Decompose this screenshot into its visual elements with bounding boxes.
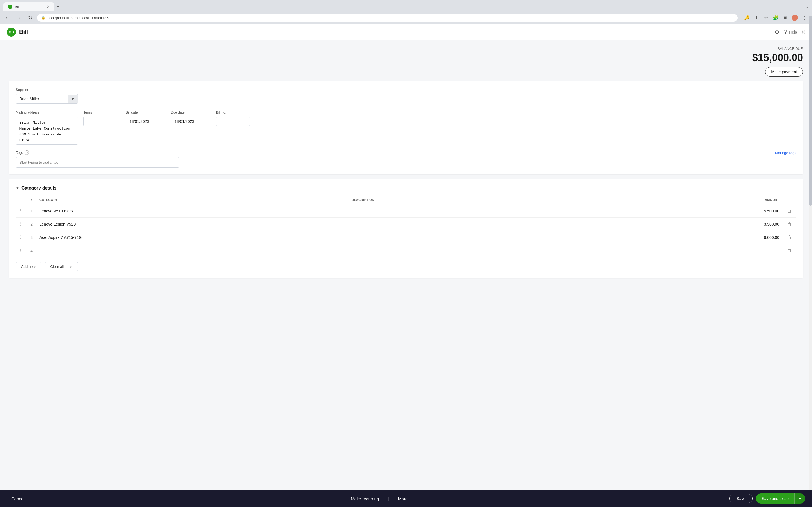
mailing-address-input[interactable]: Brian Miller Maple Lake Construction 839… xyxy=(16,117,78,145)
bill-date-input[interactable] xyxy=(126,117,165,126)
description-cell-3[interactable] xyxy=(348,231,741,244)
app-logo: QB xyxy=(7,27,16,37)
manage-tags-link[interactable]: Manage tags xyxy=(775,151,796,155)
close-button[interactable]: × xyxy=(802,29,805,36)
share-icon[interactable]: ⬆ xyxy=(752,13,761,22)
terms-dropdown[interactable]: ▼ xyxy=(84,117,120,126)
page-title: Bill xyxy=(19,29,28,35)
description-col-header: DESCRIPTION xyxy=(348,195,741,205)
new-tab-button[interactable]: + xyxy=(54,3,62,11)
tags-help-icon[interactable]: ? xyxy=(24,151,29,155)
amount-cell-3[interactable]: 6,000.00 xyxy=(741,231,783,244)
save-and-close-group: Save and close ▼ xyxy=(756,494,805,503)
clear-all-lines-button[interactable]: Clear all lines xyxy=(45,262,78,271)
supplier-section: Supplier ▼ xyxy=(16,88,796,104)
footer: Cancel Make recurring | More Save Save a… xyxy=(0,490,812,503)
profile-icon[interactable] xyxy=(791,13,799,22)
browser-address-bar: ← → ↻ 🔒 app.qbo.intuit.com/app/bill?txnI… xyxy=(0,11,812,24)
delete-col-2: 🗑 xyxy=(783,218,796,231)
amount-cell-4[interactable] xyxy=(741,244,783,258)
save-button[interactable]: Save xyxy=(729,494,753,503)
app-header-right: ⚙ ? Help × xyxy=(774,29,805,36)
category-cell-4[interactable] xyxy=(36,244,348,258)
browser-chrome: Bill × + ⌄ xyxy=(0,0,812,11)
cancel-button[interactable]: Cancel xyxy=(7,494,29,503)
add-lines-button[interactable]: Add lines xyxy=(16,262,42,271)
table-actions: Add lines Clear all lines xyxy=(16,262,796,271)
menu-icon[interactable]: ⋮ xyxy=(800,13,809,22)
drag-handle-3[interactable]: ⠿ xyxy=(16,231,25,244)
description-cell-4[interactable] xyxy=(348,244,741,258)
amount-cell-2[interactable]: 3,500.00 xyxy=(741,218,783,231)
window-icon[interactable]: ▣ xyxy=(781,13,790,22)
drag-handle-2[interactable]: ⠿ xyxy=(16,218,25,231)
table-row: ⠿ 4 🗑 xyxy=(16,244,796,258)
due-date-field-group: Due date xyxy=(171,110,210,126)
delete-row-3-button[interactable]: 🗑 xyxy=(786,234,793,241)
drag-handle-1[interactable]: ⠿ xyxy=(16,205,25,218)
browser-tabs: Bill × + ⌄ xyxy=(3,2,809,11)
delete-col-3: 🗑 xyxy=(783,231,796,244)
url-bar[interactable]: 🔒 app.qbo.intuit.com/app/bill?txnId=136 xyxy=(37,14,738,22)
logo-text: QB xyxy=(9,30,14,34)
due-date-label: Due date xyxy=(171,110,210,114)
collapse-arrow-icon: ▼ xyxy=(16,186,19,190)
terms-input[interactable] xyxy=(84,117,120,126)
amount-cell-1[interactable]: 5,500.00 xyxy=(741,205,783,218)
balance-due-section: BALANCE DUE $15,000.00 Make payment xyxy=(9,47,803,76)
save-and-close-arrow-button[interactable]: ▼ xyxy=(794,494,805,503)
due-date-input[interactable] xyxy=(171,117,210,126)
table-row: ⠿ 1 Lenovo V510 Black 5,500.00 🗑 xyxy=(16,205,796,218)
tab-close-button[interactable]: × xyxy=(47,4,50,9)
balance-due-container: BALANCE DUE $15,000.00 Make payment xyxy=(752,47,803,76)
supplier-input[interactable] xyxy=(16,94,68,103)
extensions-icon[interactable]: 🧩 xyxy=(771,13,780,22)
save-and-close-button[interactable]: Save and close xyxy=(756,494,794,503)
category-cell-3[interactable]: Acer Aspire 7 A715-71G xyxy=(36,231,348,244)
supplier-dropdown-button[interactable]: ▼ xyxy=(68,95,78,103)
description-cell-1[interactable] xyxy=(348,205,741,218)
category-cell-1[interactable]: Lenovo V510 Black xyxy=(36,205,348,218)
star-icon[interactable]: ☆ xyxy=(762,13,770,22)
bill-no-input[interactable] xyxy=(216,117,250,126)
help-button[interactable]: ? Help xyxy=(784,29,797,35)
supplier-dropdown[interactable]: ▼ xyxy=(16,94,78,104)
lock-icon: 🔒 xyxy=(41,16,45,20)
scroll-track[interactable] xyxy=(809,16,812,490)
row-num-3: 3 xyxy=(25,231,36,244)
delete-col-4: 🗑 xyxy=(783,244,796,258)
description-cell-2[interactable] xyxy=(348,218,741,231)
delete-row-4-button[interactable]: 🗑 xyxy=(786,247,793,255)
mailing-address-label: Mailing address xyxy=(16,110,78,114)
footer-right: Save Save and close ▼ xyxy=(729,494,805,503)
table-row: ⠿ 3 Acer Aspire 7 A715-71G 6,000.00 🗑 xyxy=(16,231,796,244)
tags-header: Tags ? Manage tags xyxy=(16,151,796,155)
category-value-3: Acer Aspire 7 A715-71G xyxy=(40,235,82,240)
more-link[interactable]: More xyxy=(398,496,408,501)
bill-date-field-group: Bill date xyxy=(126,110,165,126)
tags-label-group: Tags ? xyxy=(16,151,29,155)
settings-button[interactable]: ⚙ xyxy=(774,29,779,36)
table-header-row: # CATEGORY DESCRIPTION AMOUNT xyxy=(16,195,796,205)
delete-row-2-button[interactable]: 🗑 xyxy=(786,221,793,228)
category-table: # CATEGORY DESCRIPTION AMOUNT ⠿ 1 Lenovo… xyxy=(16,195,796,258)
tags-label-text: Tags xyxy=(16,151,23,155)
delete-row-1-button[interactable]: 🗑 xyxy=(786,207,793,215)
key-icon[interactable]: 🔑 xyxy=(743,13,751,22)
category-cell-2[interactable]: Lenovo Legion Y520 xyxy=(36,218,348,231)
back-button[interactable]: ← xyxy=(3,13,12,22)
make-recurring-link[interactable]: Make recurring xyxy=(351,496,379,501)
forward-button[interactable]: → xyxy=(15,13,23,22)
table-body: ⠿ 1 Lenovo V510 Black 5,500.00 🗑 ⠿ 2 Len… xyxy=(16,205,796,258)
form-section: Supplier ▼ Mailing address Brian Miller … xyxy=(9,81,803,174)
browser-tab-active[interactable]: Bill × xyxy=(3,2,54,11)
make-payment-button[interactable]: Make payment xyxy=(765,67,803,76)
tab-list-button[interactable]: ⌄ xyxy=(805,4,809,10)
drag-handle-4[interactable]: ⠿ xyxy=(16,244,25,258)
footer-center: Make recurring | More xyxy=(29,496,730,501)
tags-input[interactable] xyxy=(16,157,179,168)
category-section-header[interactable]: ▼ Category details xyxy=(16,186,796,191)
category-value-1: Lenovo V510 Black xyxy=(40,209,73,213)
refresh-button[interactable]: ↻ xyxy=(26,13,35,22)
scroll-thumb[interactable] xyxy=(809,16,812,206)
